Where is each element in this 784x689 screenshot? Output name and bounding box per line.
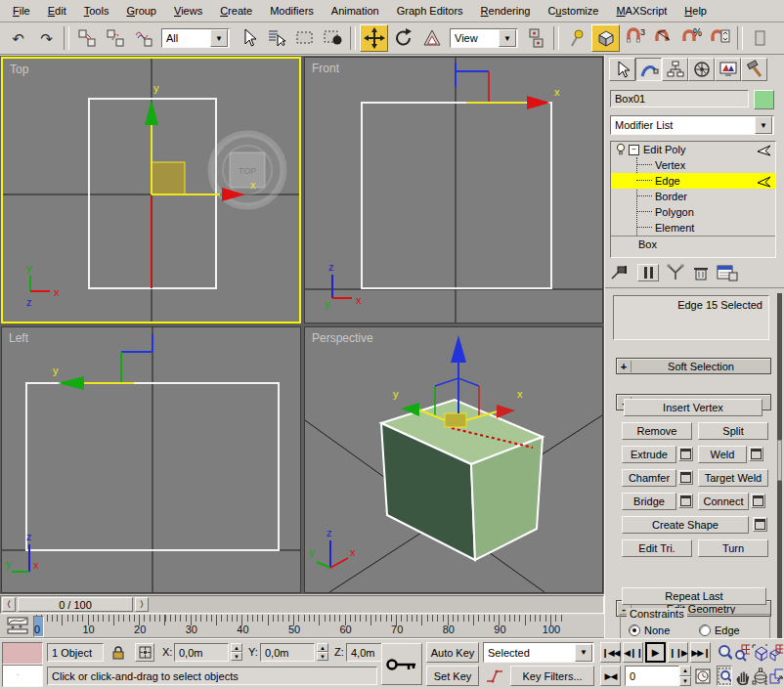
menu-graph-editors[interactable]: Graph Editors <box>388 2 472 21</box>
menu-maxscript[interactable]: MAXScript <box>607 2 675 21</box>
bulb-icon[interactable] <box>615 143 627 156</box>
viewport-left-label[interactable]: Left <box>9 331 28 345</box>
split-button[interactable]: Split <box>698 422 768 440</box>
make-unique-icon[interactable] <box>665 264 686 281</box>
menu-help[interactable]: Help <box>675 2 716 21</box>
move-gizmo[interactable]: x <box>456 63 560 109</box>
dropdown-arrow-icon[interactable]: ▼ <box>210 29 228 47</box>
x-coord-field[interactable]: 0,0m <box>174 643 229 662</box>
menu-views[interactable]: Views <box>165 2 211 21</box>
maxscript-mini-listener-pink[interactable] <box>2 642 43 665</box>
weld-settings-button[interactable] <box>749 447 763 461</box>
tab-display[interactable] <box>715 58 741 81</box>
select-and-move-button[interactable] <box>360 24 388 52</box>
zoom-extents-all-button[interactable] <box>769 642 783 663</box>
select-and-rotate-button[interactable] <box>390 25 416 51</box>
zoom-region-button[interactable] <box>717 666 732 686</box>
menu-group[interactable]: Group <box>117 2 165 21</box>
menu-animation[interactable]: Animation <box>323 2 388 21</box>
percent-snap-button[interactable]: % <box>678 25 705 51</box>
menu-customize[interactable]: Customize <box>539 2 607 21</box>
stack-row-element[interactable]: Element <box>611 220 775 236</box>
y-coord-field[interactable]: 0,0m <box>260 643 315 662</box>
tab-create[interactable] <box>609 58 635 81</box>
unlink-selection-button[interactable] <box>102 25 128 51</box>
connect-settings-button[interactable] <box>751 494 765 508</box>
viewport-perspective-label[interactable]: Perspective <box>312 331 373 345</box>
stack-row-box[interactable]: Box <box>611 237 775 252</box>
dropdown-arrow-icon[interactable]: ▼ <box>499 29 516 47</box>
auto-key-button[interactable]: Auto Key <box>426 642 479 663</box>
next-frame-button[interactable]: ❙❙▶ <box>668 642 688 663</box>
go-to-end-button[interactable]: ▶▶❙ <box>690 642 711 663</box>
track-bar[interactable]: 0102030405060708090100 <box>0 615 604 638</box>
tab-modify[interactable] <box>635 58 662 81</box>
dropdown-arrow-icon[interactable]: ▼ <box>575 644 592 662</box>
window-crossing-button[interactable] <box>320 25 346 51</box>
weld-button[interactable]: Weld <box>698 446 747 463</box>
bridge-settings-button[interactable] <box>678 494 693 508</box>
maximize-viewport-toggle-button[interactable] <box>769 666 783 686</box>
spinner-down-icon[interactable]: ▼ <box>679 676 691 687</box>
configure-modifier-sets-icon[interactable] <box>716 264 739 281</box>
zoom-all-button[interactable] <box>734 642 750 663</box>
zoom-button[interactable] <box>717 642 732 663</box>
move-gizmo[interactable]: y <box>53 334 152 390</box>
bind-to-spacewarp-button[interactable] <box>130 25 156 51</box>
tab-utilities[interactable] <box>741 58 767 81</box>
maxscript-mini-listener-white[interactable]: . <box>2 665 43 687</box>
repeat-last-button[interactable]: Repeat Last <box>622 587 766 605</box>
stack-row-vertex[interactable]: Vertex <box>611 157 775 173</box>
current-frame-field[interactable]: 0 <box>625 666 679 686</box>
snaps-toggle-button[interactable] <box>591 24 620 52</box>
move-gizmo[interactable]: y x <box>393 335 523 427</box>
show-end-result-button[interactable] <box>637 264 659 281</box>
stack-row-edit-poly[interactable]: − Edit Poly <box>611 142 775 157</box>
use-pivot-center-button[interactable] <box>523 25 549 51</box>
viewport-front[interactable]: Front x z y x <box>304 57 603 323</box>
constraint-none-radio[interactable]: None <box>629 624 670 636</box>
undo-button[interactable]: ↶ <box>5 25 31 51</box>
angle-snap-button[interactable] <box>650 25 676 51</box>
selection-lock-toggle[interactable] <box>109 643 127 662</box>
viewport-top-canvas[interactable]: TOP y x y x <box>3 59 299 322</box>
rollout-expand-icon[interactable]: + <box>617 361 632 372</box>
select-and-link-button[interactable] <box>73 25 100 51</box>
viewport-front-label[interactable]: Front <box>312 62 339 75</box>
viewport-front-canvas[interactable]: x z y x <box>305 58 602 323</box>
default-tangents-button[interactable] <box>483 666 506 686</box>
tab-motion[interactable] <box>688 58 715 81</box>
collapse-box-icon[interactable]: − <box>629 145 639 155</box>
select-and-manipulate-button[interactable] <box>563 25 589 51</box>
viewport-left[interactable]: Left y z y x <box>1 326 301 593</box>
menu-tools[interactable]: Tools <box>75 2 118 21</box>
viewport-top-label[interactable]: Top <box>10 63 28 76</box>
x-coord-spinner[interactable]: ▲▼ <box>231 643 242 661</box>
menu-create[interactable]: Create <box>211 2 261 21</box>
chamfer-settings-button[interactable] <box>678 470 693 485</box>
select-object-button[interactable] <box>235 25 261 51</box>
play-button[interactable]: ▶ <box>645 642 666 663</box>
object-name-field[interactable]: Box01 <box>610 90 749 108</box>
key-filters-button[interactable]: Key Filters... <box>510 666 594 686</box>
stack-row-border[interactable]: Border <box>611 189 775 204</box>
set-keys-button[interactable] <box>381 643 422 685</box>
frame-spinner[interactable]: ▲▼ <box>679 666 691 686</box>
redo-button[interactable]: ↷ <box>33 25 60 51</box>
time-configuration-button[interactable] <box>694 666 712 686</box>
spinner-down-icon[interactable]: ▼ <box>231 652 242 661</box>
stack-row-edge[interactable]: Edge <box>611 173 775 189</box>
spinner-down-icon[interactable]: ▼ <box>317 652 328 661</box>
create-shape-settings-button[interactable] <box>753 517 767 532</box>
remove-modifier-icon[interactable] <box>692 264 710 281</box>
panel-scrollbar-thumb[interactable] <box>777 440 782 481</box>
dropdown-arrow-icon[interactable]: ▼ <box>755 116 772 134</box>
menu-rendering[interactable]: Rendering <box>472 2 540 21</box>
constraint-edge-radio[interactable]: Edge <box>699 624 740 636</box>
viewport-perspective[interactable]: Perspective <box>304 326 603 593</box>
menu-file[interactable]: File <box>4 2 39 21</box>
reference-coordinate-dropdown[interactable]: View ▼ <box>450 28 518 48</box>
absolute-offset-toggle[interactable] <box>135 643 154 662</box>
viewport-perspective-canvas[interactable]: y x z y x <box>305 327 602 592</box>
create-shape-button[interactable]: Create Shape <box>622 516 749 534</box>
